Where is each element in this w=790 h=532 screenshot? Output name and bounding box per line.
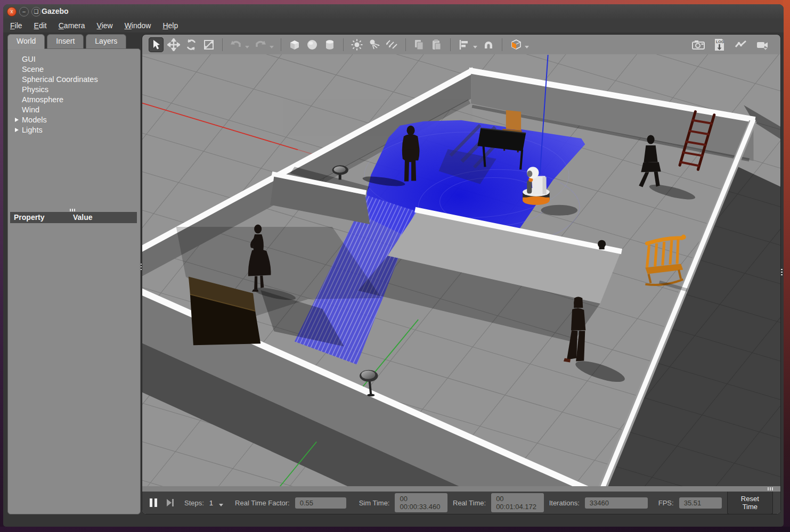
align-icon	[458, 38, 470, 51]
select-tool-button[interactable]	[149, 37, 164, 52]
undo-button[interactable]	[229, 37, 243, 52]
rotate-tool-button[interactable]	[184, 37, 199, 52]
real-time-value[interactable]: 00 00:01:04.172	[491, 493, 544, 512]
property-splitter-grip[interactable]	[70, 209, 79, 211]
tree-item-gui[interactable]: GUI	[8, 54, 140, 64]
video-record-button[interactable]	[755, 37, 770, 52]
toolbar-separator	[281, 38, 281, 51]
undo-icon	[230, 38, 242, 51]
tree-item-physics[interactable]: Physics	[8, 85, 140, 95]
viewport-bottom-strip	[142, 486, 780, 492]
iterations-value[interactable]: 33460	[585, 497, 648, 509]
tree-item-spherical-coordinates[interactable]: Spherical Coordinates	[8, 75, 140, 85]
tree-item-wind[interactable]: Wind	[8, 105, 140, 115]
log-file-icon: LOG	[713, 38, 727, 52]
view-angle-button[interactable]	[508, 37, 523, 52]
paste-icon	[430, 38, 443, 51]
rtf-label: Real Time Factor:	[235, 499, 290, 507]
directional-light-button[interactable]	[385, 37, 400, 52]
titlebar[interactable]: x – ❑ Gazebo	[3, 4, 784, 19]
menu-help[interactable]: Help	[161, 20, 180, 31]
toolbar-separator	[450, 38, 451, 51]
cursor-icon	[150, 39, 162, 51]
close-button[interactable]: x	[7, 7, 17, 17]
value-column-header: Value	[73, 212, 93, 223]
menu-file[interactable]: File	[9, 20, 24, 31]
status-splitter-grip[interactable]	[768, 487, 773, 490]
cylinder-icon	[323, 38, 336, 51]
world-panel: GUI Scene Spherical Coordinates Physics …	[7, 48, 141, 514]
pause-button[interactable]	[150, 498, 157, 507]
plot-button[interactable]	[734, 37, 748, 52]
translate-tool-button[interactable]	[166, 37, 181, 52]
align-button[interactable]	[457, 37, 471, 52]
tab-world[interactable]: World	[7, 34, 45, 49]
undo-dropdown-caret[interactable]	[245, 46, 249, 48]
toolbar-separator	[502, 38, 502, 51]
scale-tool-button[interactable]	[201, 37, 216, 52]
sim-time-value[interactable]: 00 00:00:33.460	[395, 493, 447, 512]
paste-button[interactable]	[429, 37, 444, 52]
sun-icon	[351, 38, 363, 51]
toolbar-separator	[222, 38, 223, 51]
expand-arrow-icon[interactable]	[15, 118, 19, 122]
capture-toolbar: LOG	[691, 37, 774, 52]
menu-window[interactable]: Window	[123, 20, 153, 31]
step-icon	[167, 499, 172, 506]
copy-button[interactable]	[412, 37, 427, 52]
tab-layers[interactable]: Layers	[86, 34, 126, 49]
step-button[interactable]	[167, 499, 174, 506]
spot-light-button[interactable]	[367, 37, 382, 52]
magnet-icon	[482, 38, 495, 51]
property-table-header: Property Value	[10, 212, 137, 223]
box-icon	[288, 38, 301, 51]
desktop-wallpaper-right	[783, 0, 790, 532]
move-icon	[167, 38, 180, 51]
fps-label: FPS:	[658, 499, 674, 507]
steps-label: Steps:	[184, 499, 204, 507]
steps-value[interactable]: 1	[209, 499, 213, 507]
directional-light-icon	[386, 38, 398, 51]
camera-icon	[691, 38, 705, 52]
menu-edit[interactable]: Edit	[32, 20, 48, 31]
align-dropdown-caret[interactable]	[473, 46, 477, 48]
viewport-container: LOG	[142, 34, 781, 514]
toolbar-separator	[343, 38, 344, 51]
gazebo-window: x – ❑ Gazebo File Edit Camera View Windo…	[3, 4, 784, 527]
maximize-button[interactable]: ❑	[31, 7, 41, 17]
scale-icon	[202, 38, 215, 51]
rotate-icon	[185, 38, 198, 51]
insert-cylinder-button[interactable]	[322, 37, 337, 52]
menu-view[interactable]: View	[95, 20, 115, 31]
steps-dropdown-caret[interactable]	[219, 504, 223, 506]
svg-text:LOG: LOG	[716, 40, 724, 44]
world-tree: GUI Scene Spherical Coordinates Physics …	[8, 49, 140, 135]
fps-value[interactable]: 35.51	[679, 497, 722, 509]
log-record-button[interactable]: LOG	[712, 37, 727, 52]
rtf-value[interactable]: 0.55	[295, 497, 346, 509]
view-cube-icon	[509, 38, 523, 52]
tree-item-models[interactable]: Models	[8, 115, 140, 125]
insert-box-button[interactable]	[287, 37, 302, 52]
insert-sphere-button[interactable]	[305, 37, 320, 52]
snap-button[interactable]	[481, 37, 496, 52]
tab-insert[interactable]: Insert	[47, 34, 84, 49]
expand-arrow-icon[interactable]	[15, 128, 19, 132]
tree-item-lights[interactable]: Lights	[8, 125, 140, 135]
redo-button[interactable]	[253, 37, 268, 52]
render-viewport[interactable]	[142, 54, 780, 486]
point-light-button[interactable]	[349, 37, 364, 52]
property-column-header: Property	[14, 212, 45, 223]
simulation-statusbar: Steps: 1 Real Time Factor: 0.55 Sim Time…	[142, 492, 780, 514]
tree-item-atmosphere[interactable]: Atmosphere	[8, 95, 140, 105]
menu-camera[interactable]: Camera	[57, 20, 87, 31]
view-angle-dropdown-caret[interactable]	[525, 46, 529, 48]
tree-item-scene[interactable]: Scene	[8, 64, 140, 75]
plot-icon	[734, 38, 748, 52]
minimize-button[interactable]: –	[19, 7, 29, 17]
screenshot-button[interactable]	[691, 37, 706, 52]
redo-dropdown-caret[interactable]	[270, 46, 274, 48]
sim-time-label: Sim Time:	[359, 499, 390, 507]
reset-time-button[interactable]: Reset Time	[727, 491, 773, 514]
spot-light-icon	[368, 38, 381, 51]
